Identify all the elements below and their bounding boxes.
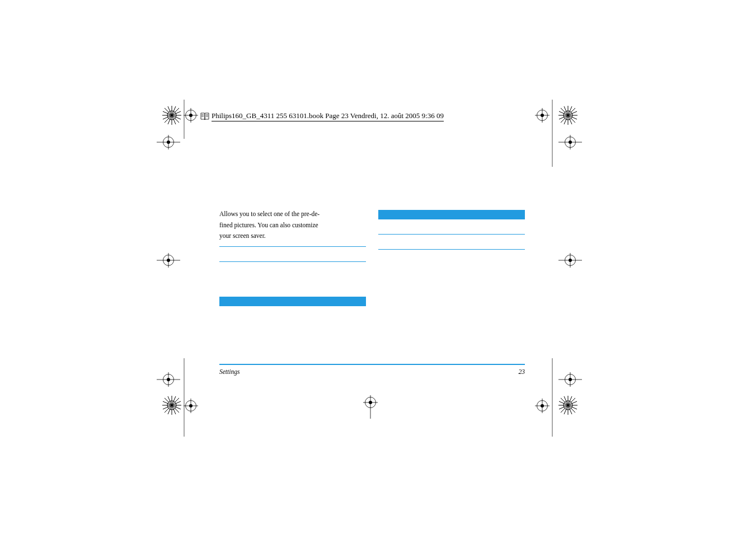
book-icon bbox=[200, 113, 209, 120]
register-cross-right-upper bbox=[558, 135, 582, 149]
svg-point-63 bbox=[569, 259, 572, 262]
header-file-text: Philips160_GB_4311 255 63101.book Page 2… bbox=[212, 111, 444, 121]
header-file-line: Philips160_GB_4311 255 63101.book Page 2… bbox=[200, 111, 444, 121]
register-cross-top bbox=[184, 108, 198, 123]
svg-point-51 bbox=[167, 140, 170, 144]
body-text: your screen saver. bbox=[219, 232, 366, 241]
svg-point-79 bbox=[369, 401, 372, 404]
section-band bbox=[219, 297, 366, 306]
section-heading: Contrast bbox=[219, 252, 366, 256]
register-cross-bottom-center bbox=[363, 395, 378, 419]
register-cross-right-lower bbox=[558, 372, 582, 387]
register-cross-right-mid bbox=[558, 253, 582, 268]
section-rule bbox=[219, 261, 366, 262]
svg-point-59 bbox=[167, 259, 170, 262]
section-band bbox=[378, 210, 525, 219]
section-rule bbox=[378, 234, 525, 235]
reg-corner-top-right bbox=[558, 106, 577, 125]
document-stage: Philips160_GB_4311 255 63101.book Page 2… bbox=[0, 0, 756, 534]
register-cross-top-right bbox=[535, 108, 550, 123]
reg-corner-top-left bbox=[162, 106, 181, 125]
footer-rule bbox=[219, 364, 525, 365]
svg-point-67 bbox=[167, 378, 170, 381]
right-column: Shortcuts Allows you to assign shortcuts… bbox=[378, 210, 525, 306]
section-rule bbox=[378, 249, 525, 250]
svg-point-71 bbox=[569, 378, 572, 381]
register-cross-bottom-left bbox=[184, 399, 198, 413]
svg-point-47 bbox=[541, 114, 544, 117]
footer-section-name: Settings bbox=[219, 368, 240, 375]
svg-point-83 bbox=[541, 404, 544, 407]
reg-corner-bottom-left bbox=[162, 396, 181, 415]
reg-corner-bottom-right bbox=[558, 396, 577, 415]
page-footer: Settings 23 bbox=[219, 368, 525, 375]
body-text: Allows you to set the contrast level. bbox=[219, 268, 366, 271]
body-text: fined pictures. You can also customize bbox=[219, 221, 366, 230]
section-rule bbox=[219, 246, 366, 247]
body-text: Allows you to select one of the pre-de- bbox=[219, 210, 366, 219]
page-body: Allows you to select one of the pre-de- … bbox=[219, 210, 525, 306]
body-text: Allows you to assign shortcuts to keys. bbox=[378, 240, 525, 243]
register-cross-left-upper bbox=[157, 135, 180, 149]
footer-page-number: 23 bbox=[519, 368, 525, 375]
register-cross-left-mid bbox=[157, 253, 180, 268]
register-cross-bottom-right bbox=[535, 399, 550, 413]
svg-point-55 bbox=[569, 140, 572, 144]
section-heading: Shortcuts bbox=[378, 225, 525, 228]
left-column: Allows you to select one of the pre-de- … bbox=[219, 210, 366, 306]
svg-point-75 bbox=[189, 404, 192, 407]
svg-point-43 bbox=[189, 114, 192, 117]
register-cross-left-lower bbox=[157, 372, 180, 387]
